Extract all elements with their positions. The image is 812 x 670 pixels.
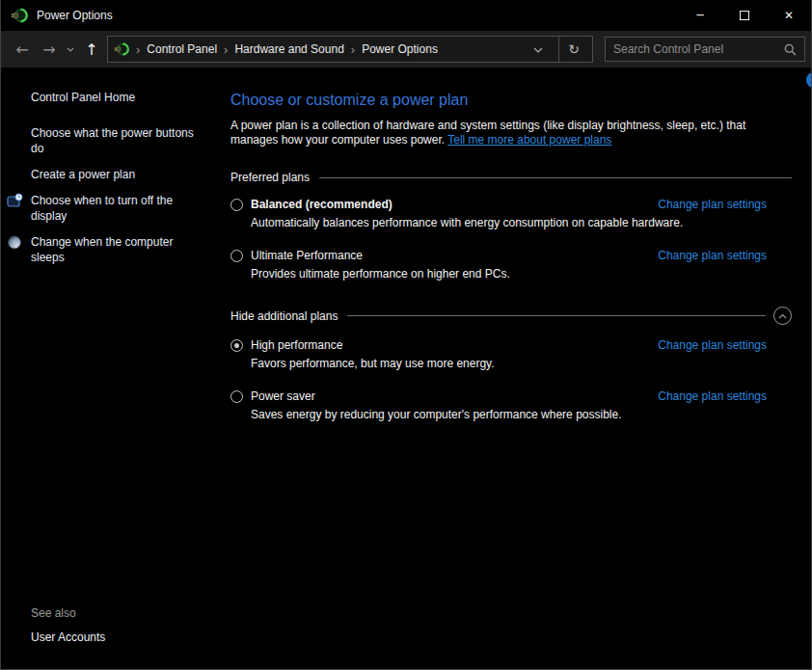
sidebar-spacer <box>1 276 218 606</box>
radio-power-saver[interactable] <box>230 390 243 403</box>
plan-row-high-performance: High performance Change plan settings Fa… <box>230 338 792 371</box>
change-plan-settings-link-high-performance[interactable]: Change plan settings <box>658 338 767 352</box>
chevron-down-icon <box>533 47 543 53</box>
change-plan-settings-link-balanced[interactable]: Change plan settings <box>658 198 767 211</box>
back-button[interactable]: ← <box>9 36 36 63</box>
plan-row-ultimate-performance: Ultimate Performance Change plan setting… <box>230 249 792 281</box>
section-divider <box>319 177 792 178</box>
breadcrumb-separator: › <box>351 42 355 57</box>
search-box[interactable] <box>605 37 805 62</box>
breadcrumb-power-options[interactable]: Power Options <box>362 42 438 56</box>
window-title: Power Options <box>37 9 678 22</box>
breadcrumb-separator: › <box>224 42 228 57</box>
sidebar-item-label: Change when the computer sleeps <box>31 235 173 264</box>
sleep-icon <box>7 234 23 251</box>
address-dropdown-button[interactable] <box>528 37 549 62</box>
close-button[interactable]: ✕ <box>767 0 811 31</box>
sidebar-item-computer-sleeps[interactable]: Change when the computer sleeps <box>1 234 218 265</box>
plan-row-balanced: Balanced (recommended) Change plan setti… <box>230 198 792 230</box>
radio-balanced[interactable] <box>230 199 243 211</box>
see-also-header: See also <box>31 606 218 620</box>
plan-description: Automatically balances performance with … <box>251 216 767 230</box>
plan-row-power-saver: Power saver Change plan settings Saves e… <box>230 389 792 422</box>
sidebar-item-create-power-plan[interactable]: Create a power plan <box>1 167 218 182</box>
sidebar-item-label: Choose when to turn off the display <box>31 194 173 223</box>
power-options-breadcrumb-icon <box>114 41 129 57</box>
titlebar: Power Options ─ ✕ <box>1 0 811 31</box>
display-clock-icon <box>7 193 23 209</box>
plan-name[interactable]: High performance <box>251 338 342 352</box>
plan-description: Provides ultimate performance on higher … <box>251 267 767 281</box>
minimize-button[interactable]: ─ <box>678 0 722 31</box>
power-options-app-icon <box>11 7 28 24</box>
section-divider <box>347 315 766 316</box>
section-label: Hide additional plans <box>230 309 338 323</box>
plan-description: Saves energy by reducing your computer's… <box>251 408 767 422</box>
main-pane: ? Choose or customize a power plan A pow… <box>218 67 811 669</box>
plan-name[interactable]: Balanced (recommended) <box>251 198 392 211</box>
change-plan-settings-link-ultimate[interactable]: Change plan settings <box>658 249 767 262</box>
sidebar: Control Panel Home Choose what the power… <box>1 67 218 669</box>
tell-me-more-link[interactable]: Tell me more about power plans <box>447 133 611 147</box>
plan-name[interactable]: Power saver <box>251 389 315 403</box>
plan-name[interactable]: Ultimate Performance <box>251 249 363 262</box>
content-area: Control Panel Home Choose what the power… <box>1 67 811 669</box>
sidebar-item-label: Create a power plan <box>31 168 135 181</box>
forward-button[interactable]: → <box>36 36 63 63</box>
search-icon[interactable] <box>784 43 797 56</box>
chevron-down-icon <box>67 47 74 52</box>
radio-high-performance[interactable] <box>230 339 243 352</box>
plan-description: Favors performance, but may use more ene… <box>251 357 767 371</box>
sidebar-item-control-panel-home[interactable]: Control Panel Home <box>31 91 204 104</box>
breadcrumb-hardware-and-sound[interactable]: Hardware and Sound <box>234 42 343 56</box>
section-header-additional-plans: Hide additional plans <box>230 307 792 325</box>
sidebar-item-label: Choose what the power buttons do <box>31 126 194 155</box>
navigation-bar: ← → ↑ › Control Panel › Hardware and Sou… <box>1 31 811 67</box>
maximize-button[interactable] <box>722 0 767 31</box>
help-icon[interactable]: ? <box>806 72 811 88</box>
breadcrumb-separator: › <box>136 42 140 57</box>
breadcrumb-control-panel[interactable]: Control Panel <box>147 42 217 56</box>
chevron-up-icon <box>778 313 787 319</box>
radio-ultimate-performance[interactable] <box>230 250 243 262</box>
sidebar-item-power-buttons[interactable]: Choose what the power buttons do <box>1 125 218 156</box>
maximize-icon <box>740 11 749 20</box>
change-plan-settings-link-power-saver[interactable]: Change plan settings <box>658 389 767 403</box>
intro-paragraph: A power plan is a collection of hardware… <box>230 119 792 147</box>
power-options-window: Power Options ─ ✕ ← → ↑ › Control Panel … <box>0 0 812 670</box>
search-input[interactable] <box>613 42 784 56</box>
sidebar-item-turn-off-display[interactable]: Choose when to turn off the display <box>1 193 218 224</box>
sidebar-item-user-accounts[interactable]: User Accounts <box>31 630 218 644</box>
address-bar[interactable]: › Control Panel › Hardware and Sound › P… <box>107 36 593 63</box>
recent-pages-dropdown[interactable] <box>63 36 78 63</box>
section-label: Preferred plans <box>230 171 310 184</box>
page-title: Choose or customize a power plan <box>230 92 792 109</box>
up-button[interactable]: ↑ <box>78 36 105 63</box>
collapse-additional-plans-button[interactable] <box>773 307 792 325</box>
refresh-button[interactable]: ↻ <box>559 37 588 62</box>
section-header-preferred-plans: Preferred plans <box>230 171 792 184</box>
